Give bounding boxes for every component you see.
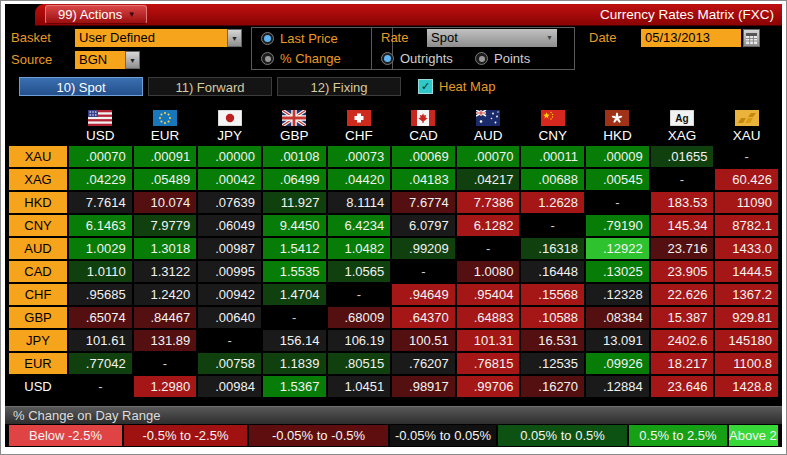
rate-cell-xau-aud[interactable]: .00070 <box>457 146 520 167</box>
column-header-hkd[interactable]: HKD <box>586 128 649 144</box>
points-radio[interactable]: Points <box>475 51 530 66</box>
rate-cell-jpy-xau[interactable]: 145180 <box>715 330 778 351</box>
rate-cell-aud-cad[interactable]: .99209 <box>392 238 455 259</box>
basket-dropdown-arrow-icon[interactable]: ▼ <box>227 29 242 47</box>
column-header-jpy[interactable]: JPY <box>198 128 261 144</box>
calendar-icon[interactable] <box>743 29 760 47</box>
rate-cell-eur-gbp[interactable]: 1.1839 <box>263 353 326 374</box>
rate-cell-xag-cad[interactable]: .04183 <box>392 169 455 190</box>
column-header-cny[interactable]: CNY <box>521 128 584 144</box>
column-header-chf[interactable]: CHF <box>328 128 391 144</box>
heat-map-toggle[interactable]: ✓ Heat Map <box>418 79 495 94</box>
row-label-hkd[interactable]: HKD <box>9 192 67 213</box>
rate-cell-eur-xau[interactable]: 1100.8 <box>715 353 778 374</box>
rate-cell-hkd-jpy[interactable]: .07639 <box>198 192 261 213</box>
row-label-gbp[interactable]: GBP <box>9 307 67 328</box>
rate-cell-xau-cny[interactable]: .00011 <box>521 146 584 167</box>
rate-cell-chf-xau[interactable]: 1367.2 <box>715 284 778 305</box>
rate-cell-cny-chf[interactable]: 6.4234 <box>328 215 391 236</box>
rate-cell-xau-hkd[interactable]: .00009 <box>586 146 649 167</box>
rate-cell-chf-aud[interactable]: .95404 <box>457 284 520 305</box>
rate-cell-xau-xau[interactable]: - <box>715 146 778 167</box>
rate-cell-chf-xag[interactable]: 22.626 <box>651 284 714 305</box>
rate-cell-xag-cny[interactable]: .00688 <box>521 169 584 190</box>
rate-cell-hkd-cad[interactable]: 7.6774 <box>392 192 455 213</box>
rate-cell-jpy-usd[interactable]: 101.61 <box>69 330 132 351</box>
rate-cell-eur-hkd[interactable]: .09926 <box>586 353 649 374</box>
rate-cell-usd-cad[interactable]: .98917 <box>392 376 455 397</box>
rate-cell-xag-usd[interactable]: .04229 <box>69 169 132 190</box>
rate-cell-cny-xag[interactable]: 145.34 <box>651 215 714 236</box>
rate-cell-cad-hkd[interactable]: .13025 <box>586 261 649 282</box>
last-price-radio[interactable]: Last Price <box>261 31 338 46</box>
rate-cell-hkd-usd[interactable]: 7.7614 <box>69 192 132 213</box>
rate-cell-gbp-jpy[interactable]: .00640 <box>198 307 261 328</box>
rate-cell-xau-xag[interactable]: .01655 <box>651 146 714 167</box>
row-label-jpy[interactable]: JPY <box>9 330 67 351</box>
rate-cell-eur-cny[interactable]: .12535 <box>521 353 584 374</box>
rate-cell-chf-usd[interactable]: .95685 <box>69 284 132 305</box>
rate-cell-jpy-hkd[interactable]: 13.091 <box>586 330 649 351</box>
rate-cell-eur-jpy[interactable]: .00758 <box>198 353 261 374</box>
rate-cell-aud-jpy[interactable]: .00987 <box>198 238 261 259</box>
rate-cell-jpy-jpy[interactable]: - <box>198 330 261 351</box>
rate-cell-cad-eur[interactable]: 1.3122 <box>134 261 197 282</box>
rate-cell-hkd-xag[interactable]: 183.53 <box>651 192 714 213</box>
rate-cell-chf-chf[interactable]: - <box>328 284 391 305</box>
rate-cell-usd-gbp[interactable]: 1.5367 <box>263 376 326 397</box>
rate-cell-hkd-xau[interactable]: 11090 <box>715 192 778 213</box>
rate-cell-hkd-cny[interactable]: 1.2628 <box>521 192 584 213</box>
rate-cell-usd-cny[interactable]: .16270 <box>521 376 584 397</box>
rate-cell-xau-gbp[interactable]: .00108 <box>263 146 326 167</box>
rate-cell-gbp-cny[interactable]: .10588 <box>521 307 584 328</box>
rate-cell-xau-cad[interactable]: .00069 <box>392 146 455 167</box>
rate-cell-usd-eur[interactable]: 1.2980 <box>134 376 197 397</box>
rate-cell-aud-aud[interactable]: - <box>457 238 520 259</box>
row-label-aud[interactable]: AUD <box>9 238 67 259</box>
row-label-usd[interactable]: USD <box>9 376 67 397</box>
rate-cell-xag-gbp[interactable]: .06499 <box>263 169 326 190</box>
rate-cell-chf-gbp[interactable]: 1.4704 <box>263 284 326 305</box>
row-label-eur[interactable]: EUR <box>9 353 67 374</box>
column-header-aud[interactable]: AUD <box>457 128 520 144</box>
rate-cell-cny-aud[interactable]: 6.1282 <box>457 215 520 236</box>
rate-cell-aud-gbp[interactable]: 1.5412 <box>263 238 326 259</box>
rate-cell-xau-usd[interactable]: .00070 <box>69 146 132 167</box>
rate-cell-hkd-hkd[interactable]: - <box>586 192 649 213</box>
rate-cell-xag-eur[interactable]: .05489 <box>134 169 197 190</box>
column-header-gbp[interactable]: GBP <box>263 128 326 144</box>
rate-cell-gbp-gbp[interactable]: - <box>263 307 326 328</box>
rate-cell-eur-usd[interactable]: .77042 <box>69 353 132 374</box>
rate-cell-cad-xau[interactable]: 1444.5 <box>715 261 778 282</box>
actions-button[interactable]: 99) Actions ▾ <box>45 5 147 24</box>
rate-cell-chf-cad[interactable]: .94649 <box>392 284 455 305</box>
rate-cell-cad-cny[interactable]: .16448 <box>521 261 584 282</box>
rate-cell-hkd-eur[interactable]: 10.074 <box>134 192 197 213</box>
column-header-xag[interactable]: XAG <box>651 128 714 144</box>
rate-cell-gbp-eur[interactable]: .84467 <box>134 307 197 328</box>
rate-cell-cny-eur[interactable]: 7.9779 <box>134 215 197 236</box>
row-label-xau[interactable]: XAU <box>9 146 67 167</box>
rate-cell-aud-cny[interactable]: .16318 <box>521 238 584 259</box>
rate-cell-gbp-usd[interactable]: .65074 <box>69 307 132 328</box>
rate-cell-xag-aud[interactable]: .04217 <box>457 169 520 190</box>
rate-cell-usd-chf[interactable]: 1.0451 <box>328 376 391 397</box>
column-header-eur[interactable]: EUR <box>134 128 197 144</box>
rate-cell-jpy-xag[interactable]: 2402.6 <box>651 330 714 351</box>
rate-cell-xau-jpy[interactable]: .00000 <box>198 146 261 167</box>
rate-cell-aud-hkd[interactable]: .12922 <box>586 238 649 259</box>
rate-cell-usd-xau[interactable]: 1428.8 <box>715 376 778 397</box>
tab--fixing[interactable]: 12) Fixing <box>277 77 401 96</box>
rate-cell-xau-eur[interactable]: .00091 <box>134 146 197 167</box>
rate-cell-usd-usd[interactable]: - <box>69 376 132 397</box>
row-label-cny[interactable]: CNY <box>9 215 67 236</box>
rate-cell-chf-jpy[interactable]: .00942 <box>198 284 261 305</box>
rate-cell-cad-aud[interactable]: 1.0080 <box>457 261 520 282</box>
column-header-xau[interactable]: XAU <box>715 128 778 144</box>
basket-select[interactable]: User Defined <box>75 29 227 47</box>
row-label-chf[interactable]: CHF <box>9 284 67 305</box>
rate-cell-cad-xag[interactable]: 23.905 <box>651 261 714 282</box>
rate-cell-cad-usd[interactable]: 1.0110 <box>69 261 132 282</box>
rate-cell-xag-chf[interactable]: .04420 <box>328 169 391 190</box>
row-label-cad[interactable]: CAD <box>9 261 67 282</box>
